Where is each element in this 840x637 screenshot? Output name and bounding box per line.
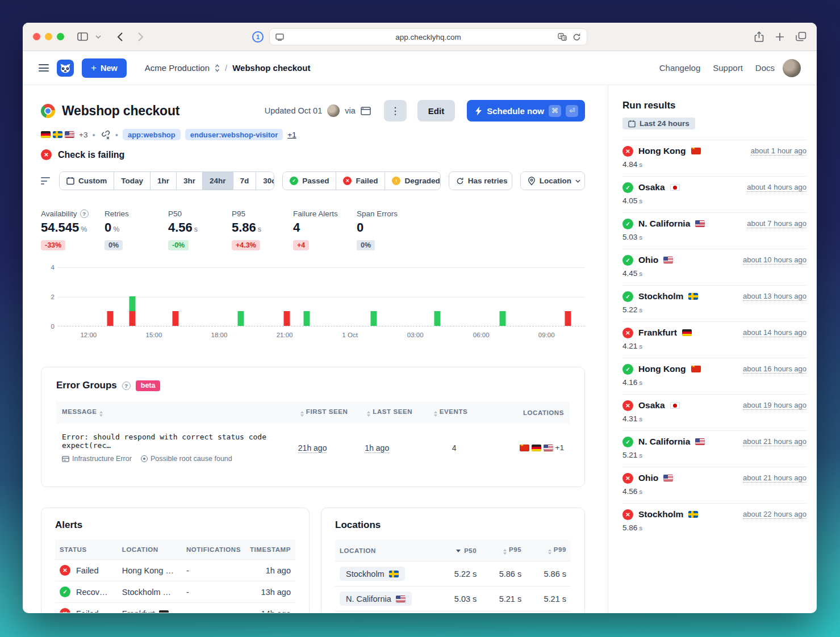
location-row[interactable]: Stockholm 5.22 s 5.86 s 5.86 s (335, 561, 571, 586)
address-bar[interactable]: app.checklyhq.com A文 (269, 28, 587, 45)
column-header-location[interactable]: LOCATION (118, 540, 182, 560)
more-options-button[interactable]: ⋮ (384, 100, 407, 121)
alert-row[interactable]: ✓Recov… Stockholm … - 13h ago (55, 581, 295, 603)
edit-button[interactable]: Edit (417, 100, 455, 121)
time-filter-button[interactable]: 24hr (203, 172, 233, 190)
run-time-link[interactable]: about 19 hours ago (743, 401, 806, 410)
column-header-p95[interactable]: P95 (481, 540, 526, 561)
new-button[interactable]: + New (82, 58, 127, 78)
run-result-row[interactable]: ✕ Hong Kong about 1 hour ago 4.84s (622, 140, 808, 176)
time-filter-button[interactable]: Today (114, 172, 151, 190)
alert-row[interactable]: ✕Failed Frankfurt - 14h ago (55, 603, 295, 613)
chart-bar[interactable] (370, 311, 377, 326)
updated-by-avatar[interactable] (327, 104, 340, 117)
alert-row[interactable]: ✕Failed Hong Kong … - 1h ago (55, 560, 295, 581)
chart-bar[interactable] (500, 311, 506, 326)
location-row[interactable]: Ohio 4.45 s 4.56 s 4.56 s (335, 611, 571, 613)
chart-bar[interactable] (283, 311, 290, 326)
run-time-link[interactable]: about 13 hours ago (743, 292, 806, 301)
column-header-events[interactable]: EVENTS (426, 401, 482, 424)
chart-bar[interactable] (172, 311, 178, 326)
time-filter-button[interactable]: 30d (256, 172, 274, 190)
status-filter-button[interactable]: Failed (336, 172, 385, 190)
user-avatar[interactable] (783, 59, 801, 77)
help-icon[interactable]: ? (80, 209, 89, 218)
project-switcher-icon[interactable] (215, 64, 220, 72)
run-result-row[interactable]: ✓ Ohio about 10 hours ago 4.45s (622, 249, 808, 285)
run-result-row[interactable]: ✓ N. California about 21 hours ago 5.21s (622, 430, 808, 467)
column-header-last-seen[interactable]: LAST SEEN (359, 401, 426, 424)
tag-badge[interactable]: app:webshop (123, 129, 181, 140)
chart-bar[interactable] (565, 311, 571, 326)
run-result-row[interactable]: ✓ Osaka about 4 hours ago 4.05s (622, 176, 808, 212)
run-result-row[interactable]: ✕ Osaka about 19 hours ago 4.31s (622, 394, 808, 430)
chevron-down-icon[interactable] (90, 29, 106, 45)
run-time-link[interactable]: about 22 hours ago (743, 510, 806, 519)
tab-overview-icon[interactable] (796, 32, 806, 41)
password-manager-icon[interactable]: 1 (252, 31, 264, 43)
chart-bar[interactable] (129, 296, 135, 326)
nav-link[interactable]: Changelog (659, 63, 701, 73)
time-filter-button[interactable]: Custom (60, 172, 114, 190)
column-header-first-seen[interactable]: FIRST SEEN (292, 401, 360, 424)
time-filter-button[interactable]: 7d (233, 172, 257, 190)
tags-more-link[interactable]: +1 (287, 131, 296, 139)
run-result-row[interactable]: ✓ Stockholm about 13 hours ago 5.22s (622, 285, 808, 321)
new-tab-icon[interactable] (775, 32, 784, 41)
column-header-p99[interactable]: P99 (526, 540, 571, 561)
column-header-status[interactable]: STATUS (55, 540, 118, 560)
location-filter-dropdown[interactable]: Location (521, 172, 585, 190)
help-icon[interactable]: ? (122, 382, 131, 390)
column-header-p50[interactable]: P50 (436, 540, 481, 561)
run-result-row[interactable]: ✓ N. California about 7 hours ago 5.03s (622, 212, 808, 249)
locations-more[interactable]: +1 (555, 443, 564, 452)
back-button[interactable] (112, 29, 128, 45)
error-message[interactable]: Error: should respond with correct statu… (62, 433, 287, 450)
menu-icon[interactable] (39, 64, 49, 72)
run-result-row[interactable]: ✓ Hong Kong about 16 hours ago 4.16s (622, 358, 808, 394)
column-header-location[interactable]: LOCATION (335, 540, 436, 561)
time-filter-button[interactable]: 3hr (177, 172, 203, 190)
run-time-link[interactable]: about 14 hours ago (743, 328, 806, 337)
error-group-row[interactable]: Error: should respond with correct statu… (56, 424, 570, 472)
forward-button[interactable] (132, 29, 148, 45)
location-pill[interactable]: Stockholm (340, 567, 405, 581)
run-result-row[interactable]: ✕ Frankfurt about 14 hours ago 4.21s (622, 321, 808, 358)
zoom-window-button[interactable] (57, 33, 64, 40)
filter-icon[interactable] (41, 177, 50, 185)
status-filter-button[interactable]: Passed (283, 172, 336, 190)
last-seen-value[interactable]: 1h ago (365, 443, 389, 453)
run-result-row[interactable]: ✕ Ohio about 21 hours ago 4.56s (622, 467, 808, 503)
run-time-link[interactable]: about 1 hour ago (751, 146, 806, 156)
nav-link[interactable]: Docs (755, 63, 775, 73)
time-filter-button[interactable]: 1hr (151, 172, 177, 190)
run-time-link[interactable]: about 16 hours ago (743, 364, 806, 374)
location-pill[interactable]: N. California (340, 592, 412, 606)
first-seen-value[interactable]: 21h ago (298, 443, 327, 453)
close-window-button[interactable] (33, 33, 40, 40)
minimize-window-button[interactable] (45, 33, 52, 40)
run-time-link[interactable]: about 7 hours ago (747, 219, 806, 228)
breadcrumb-project[interactable]: Acme Production (145, 63, 210, 73)
nav-link[interactable]: Support (713, 63, 743, 73)
sidebar-toggle-icon[interactable] (74, 29, 90, 45)
chart-bar[interactable] (304, 311, 310, 326)
tag-badge[interactable]: enduser:webshop-visitor (185, 129, 283, 140)
run-time-link[interactable]: about 4 hours ago (747, 183, 806, 192)
chart-bar[interactable] (434, 311, 441, 326)
chart-bar[interactable] (107, 311, 113, 326)
checkly-logo[interactable] (57, 60, 74, 77)
column-header-timestamp[interactable]: TIMESTAMP (245, 540, 295, 560)
run-time-link[interactable]: about 21 hours ago (743, 473, 806, 483)
column-header-notifications[interactable]: NOTIFICATIONS (182, 540, 245, 560)
has-retries-button[interactable]: Has retries (449, 172, 512, 190)
column-header-message[interactable]: MESSAGE (56, 401, 292, 424)
chart-bar[interactable] (238, 311, 244, 326)
run-result-row[interactable]: ✕ Stockholm about 22 hours ago 5.86s (622, 503, 808, 539)
location-row[interactable]: N. California 5.03 s 5.21 s 5.21 s (335, 586, 571, 611)
broken-link-icon[interactable] (100, 129, 111, 140)
schedule-now-button[interactable]: Schedule now ⌘ ⏎ (467, 100, 585, 121)
run-time-link[interactable]: about 21 hours ago (743, 437, 806, 446)
run-time-link[interactable]: about 10 hours ago (743, 255, 806, 265)
flags-more[interactable]: +3 (79, 131, 87, 139)
